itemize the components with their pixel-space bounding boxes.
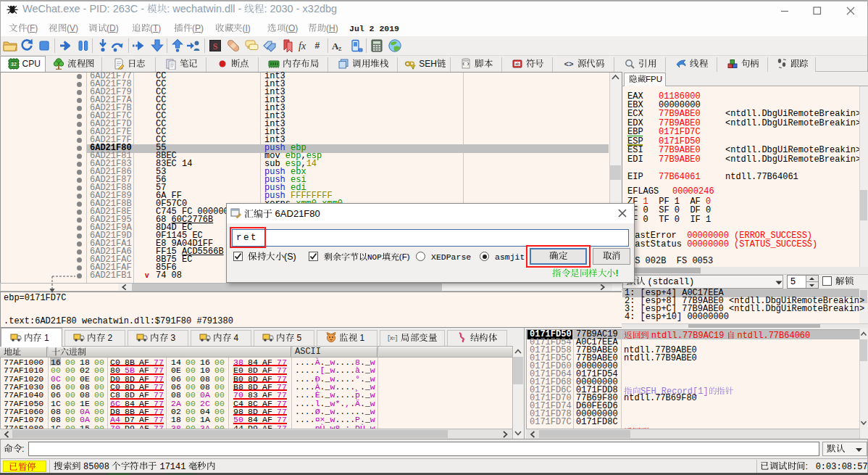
svg-text:z: z [338,44,342,52]
svg-text:fx: fx [299,41,306,51]
svg-text:ab: ab [515,62,519,66]
svg-text:32: 32 [11,62,17,67]
svg-text:#: # [314,41,320,51]
svg-text:[x=]: [x=] [387,335,398,342]
svg-text:<>: <> [564,60,574,69]
svg-text:S: S [213,41,218,51]
